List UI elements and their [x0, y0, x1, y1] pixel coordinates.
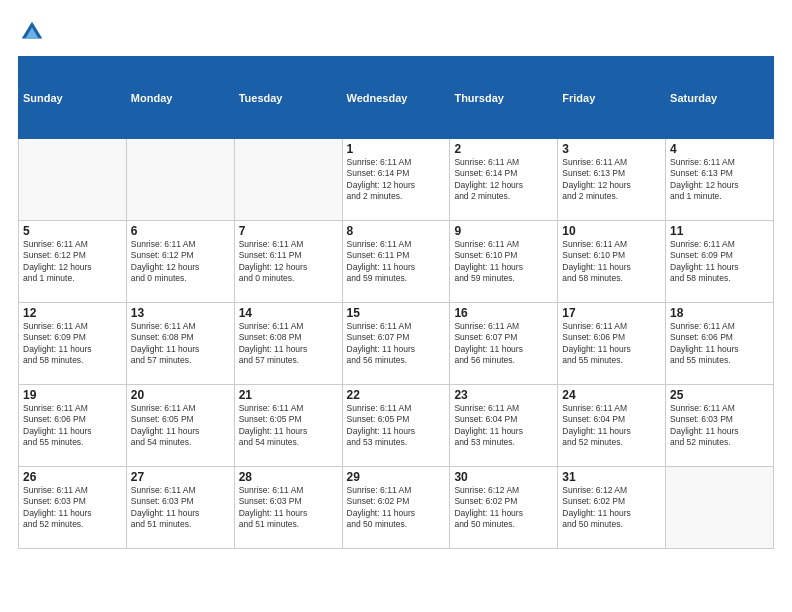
day-info: Sunrise: 6:11 AM Sunset: 6:13 PM Dayligh… [562, 157, 661, 203]
calendar-cell: 9Sunrise: 6:11 AM Sunset: 6:10 PM Daylig… [450, 221, 558, 303]
calendar-cell: 7Sunrise: 6:11 AM Sunset: 6:11 PM Daylig… [234, 221, 342, 303]
day-info: Sunrise: 6:11 AM Sunset: 6:08 PM Dayligh… [239, 321, 338, 367]
header [18, 18, 774, 46]
day-info: Sunrise: 6:11 AM Sunset: 6:03 PM Dayligh… [131, 485, 230, 531]
calendar-cell: 29Sunrise: 6:11 AM Sunset: 6:02 PM Dayli… [342, 467, 450, 549]
day-info: Sunrise: 6:11 AM Sunset: 6:04 PM Dayligh… [562, 403, 661, 449]
day-info: Sunrise: 6:11 AM Sunset: 6:10 PM Dayligh… [454, 239, 553, 285]
calendar-cell [666, 467, 774, 549]
day-number: 16 [454, 306, 553, 320]
calendar-cell [234, 139, 342, 221]
day-number: 30 [454, 470, 553, 484]
day-info: Sunrise: 6:11 AM Sunset: 6:04 PM Dayligh… [454, 403, 553, 449]
calendar-cell: 17Sunrise: 6:11 AM Sunset: 6:06 PM Dayli… [558, 303, 666, 385]
day-number: 27 [131, 470, 230, 484]
weekday-header-friday: Friday [558, 57, 666, 139]
day-info: Sunrise: 6:11 AM Sunset: 6:06 PM Dayligh… [562, 321, 661, 367]
day-info: Sunrise: 6:11 AM Sunset: 6:06 PM Dayligh… [670, 321, 769, 367]
calendar-cell: 15Sunrise: 6:11 AM Sunset: 6:07 PM Dayli… [342, 303, 450, 385]
day-info: Sunrise: 6:11 AM Sunset: 6:12 PM Dayligh… [23, 239, 122, 285]
day-number: 22 [347, 388, 446, 402]
day-number: 23 [454, 388, 553, 402]
day-number: 25 [670, 388, 769, 402]
day-info: Sunrise: 6:11 AM Sunset: 6:13 PM Dayligh… [670, 157, 769, 203]
calendar-cell: 24Sunrise: 6:11 AM Sunset: 6:04 PM Dayli… [558, 385, 666, 467]
page: SundayMondayTuesdayWednesdayThursdayFrid… [0, 0, 792, 612]
calendar-cell: 5Sunrise: 6:11 AM Sunset: 6:12 PM Daylig… [19, 221, 127, 303]
day-number: 24 [562, 388, 661, 402]
day-number: 7 [239, 224, 338, 238]
day-number: 8 [347, 224, 446, 238]
calendar-cell: 28Sunrise: 6:11 AM Sunset: 6:03 PM Dayli… [234, 467, 342, 549]
calendar-week-3: 12Sunrise: 6:11 AM Sunset: 6:09 PM Dayli… [19, 303, 774, 385]
calendar-cell: 26Sunrise: 6:11 AM Sunset: 6:03 PM Dayli… [19, 467, 127, 549]
day-info: Sunrise: 6:11 AM Sunset: 6:03 PM Dayligh… [23, 485, 122, 531]
day-number: 2 [454, 142, 553, 156]
calendar-cell: 30Sunrise: 6:12 AM Sunset: 6:02 PM Dayli… [450, 467, 558, 549]
calendar-cell: 2Sunrise: 6:11 AM Sunset: 6:14 PM Daylig… [450, 139, 558, 221]
calendar-cell: 25Sunrise: 6:11 AM Sunset: 6:03 PM Dayli… [666, 385, 774, 467]
calendar-week-5: 26Sunrise: 6:11 AM Sunset: 6:03 PM Dayli… [19, 467, 774, 549]
day-number: 26 [23, 470, 122, 484]
calendar-cell: 13Sunrise: 6:11 AM Sunset: 6:08 PM Dayli… [126, 303, 234, 385]
calendar-week-4: 19Sunrise: 6:11 AM Sunset: 6:06 PM Dayli… [19, 385, 774, 467]
day-info: Sunrise: 6:11 AM Sunset: 6:09 PM Dayligh… [23, 321, 122, 367]
day-info: Sunrise: 6:11 AM Sunset: 6:10 PM Dayligh… [562, 239, 661, 285]
calendar-cell: 3Sunrise: 6:11 AM Sunset: 6:13 PM Daylig… [558, 139, 666, 221]
day-info: Sunrise: 6:11 AM Sunset: 6:03 PM Dayligh… [239, 485, 338, 531]
day-number: 1 [347, 142, 446, 156]
calendar-cell: 22Sunrise: 6:11 AM Sunset: 6:05 PM Dayli… [342, 385, 450, 467]
calendar-cell: 27Sunrise: 6:11 AM Sunset: 6:03 PM Dayli… [126, 467, 234, 549]
day-info: Sunrise: 6:12 AM Sunset: 6:02 PM Dayligh… [454, 485, 553, 531]
day-number: 31 [562, 470, 661, 484]
weekday-header-sunday: Sunday [19, 57, 127, 139]
weekday-header-monday: Monday [126, 57, 234, 139]
day-info: Sunrise: 6:12 AM Sunset: 6:02 PM Dayligh… [562, 485, 661, 531]
calendar-week-1: 1Sunrise: 6:11 AM Sunset: 6:14 PM Daylig… [19, 139, 774, 221]
calendar: SundayMondayTuesdayWednesdayThursdayFrid… [18, 56, 774, 549]
calendar-cell: 19Sunrise: 6:11 AM Sunset: 6:06 PM Dayli… [19, 385, 127, 467]
calendar-cell: 12Sunrise: 6:11 AM Sunset: 6:09 PM Dayli… [19, 303, 127, 385]
day-number: 5 [23, 224, 122, 238]
day-info: Sunrise: 6:11 AM Sunset: 6:12 PM Dayligh… [131, 239, 230, 285]
calendar-cell: 11Sunrise: 6:11 AM Sunset: 6:09 PM Dayli… [666, 221, 774, 303]
day-number: 14 [239, 306, 338, 320]
day-number: 3 [562, 142, 661, 156]
day-info: Sunrise: 6:11 AM Sunset: 6:03 PM Dayligh… [670, 403, 769, 449]
calendar-cell: 6Sunrise: 6:11 AM Sunset: 6:12 PM Daylig… [126, 221, 234, 303]
day-number: 12 [23, 306, 122, 320]
day-number: 19 [23, 388, 122, 402]
calendar-cell: 1Sunrise: 6:11 AM Sunset: 6:14 PM Daylig… [342, 139, 450, 221]
calendar-cell: 8Sunrise: 6:11 AM Sunset: 6:11 PM Daylig… [342, 221, 450, 303]
weekday-header-wednesday: Wednesday [342, 57, 450, 139]
day-number: 4 [670, 142, 769, 156]
day-number: 20 [131, 388, 230, 402]
day-info: Sunrise: 6:11 AM Sunset: 6:07 PM Dayligh… [454, 321, 553, 367]
day-number: 17 [562, 306, 661, 320]
day-info: Sunrise: 6:11 AM Sunset: 6:11 PM Dayligh… [239, 239, 338, 285]
day-info: Sunrise: 6:11 AM Sunset: 6:05 PM Dayligh… [131, 403, 230, 449]
day-number: 18 [670, 306, 769, 320]
day-info: Sunrise: 6:11 AM Sunset: 6:08 PM Dayligh… [131, 321, 230, 367]
calendar-cell: 14Sunrise: 6:11 AM Sunset: 6:08 PM Dayli… [234, 303, 342, 385]
day-number: 6 [131, 224, 230, 238]
day-info: Sunrise: 6:11 AM Sunset: 6:11 PM Dayligh… [347, 239, 446, 285]
calendar-cell: 21Sunrise: 6:11 AM Sunset: 6:05 PM Dayli… [234, 385, 342, 467]
day-info: Sunrise: 6:11 AM Sunset: 6:07 PM Dayligh… [347, 321, 446, 367]
day-number: 15 [347, 306, 446, 320]
calendar-cell: 31Sunrise: 6:12 AM Sunset: 6:02 PM Dayli… [558, 467, 666, 549]
day-number: 28 [239, 470, 338, 484]
weekday-header-row: SundayMondayTuesdayWednesdayThursdayFrid… [19, 57, 774, 139]
day-info: Sunrise: 6:11 AM Sunset: 6:05 PM Dayligh… [239, 403, 338, 449]
day-number: 13 [131, 306, 230, 320]
day-info: Sunrise: 6:11 AM Sunset: 6:14 PM Dayligh… [454, 157, 553, 203]
day-info: Sunrise: 6:11 AM Sunset: 6:05 PM Dayligh… [347, 403, 446, 449]
day-info: Sunrise: 6:11 AM Sunset: 6:09 PM Dayligh… [670, 239, 769, 285]
calendar-cell: 10Sunrise: 6:11 AM Sunset: 6:10 PM Dayli… [558, 221, 666, 303]
day-info: Sunrise: 6:11 AM Sunset: 6:02 PM Dayligh… [347, 485, 446, 531]
day-number: 29 [347, 470, 446, 484]
logo-icon [18, 18, 46, 46]
weekday-header-saturday: Saturday [666, 57, 774, 139]
calendar-week-2: 5Sunrise: 6:11 AM Sunset: 6:12 PM Daylig… [19, 221, 774, 303]
day-number: 11 [670, 224, 769, 238]
